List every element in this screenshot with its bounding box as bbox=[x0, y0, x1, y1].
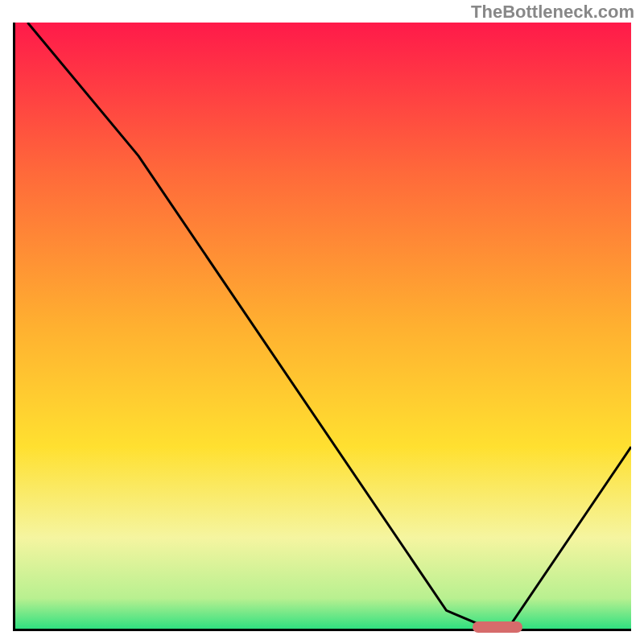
optimal-marker bbox=[473, 621, 522, 633]
chart-plot-area bbox=[13, 23, 631, 631]
watermark-text: TheBottleneck.com bbox=[471, 2, 634, 23]
bottleneck-curve bbox=[15, 23, 631, 629]
